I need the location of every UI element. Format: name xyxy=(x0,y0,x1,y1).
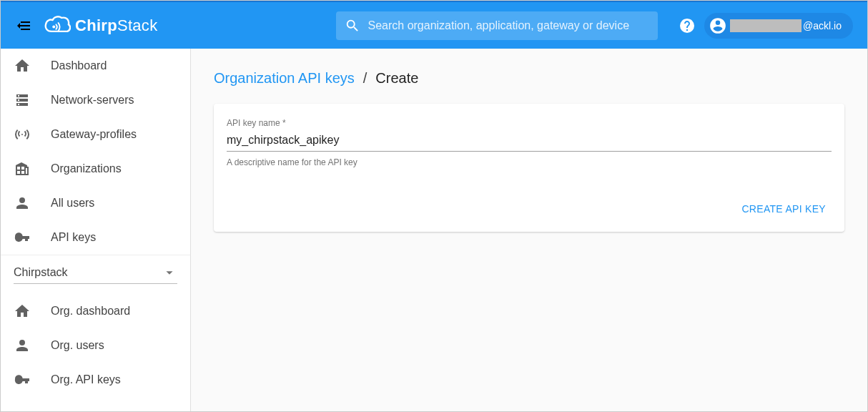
sidebar-item-api-keys[interactable]: API keys xyxy=(1,220,190,255)
create-api-key-card: API key name * A descriptive name for th… xyxy=(214,104,844,232)
person-icon xyxy=(14,337,31,354)
org-selector[interactable]: Chirpstack xyxy=(14,261,177,284)
app-title: ChirpStack xyxy=(75,16,157,35)
api-key-name-label: API key name * xyxy=(227,118,832,128)
sidebar-item-organizations[interactable]: Organizations xyxy=(1,152,190,186)
app-header: ChirpStack @ackl.io xyxy=(1,1,867,49)
breadcrumb: Organization API keys / Create xyxy=(214,70,844,87)
user-name-redacted xyxy=(730,19,802,32)
org-select-value: Chirpstack xyxy=(14,266,68,279)
menu-toggle-button[interactable] xyxy=(15,17,32,34)
search-icon xyxy=(345,18,360,34)
home-icon xyxy=(14,303,31,320)
sidebar-item-all-users[interactable]: All users xyxy=(1,186,190,220)
sidebar-item-label: Network-servers xyxy=(51,94,134,107)
breadcrumb-link-org-api-keys[interactable]: Organization API keys xyxy=(214,70,355,87)
api-key-name-input[interactable] xyxy=(227,131,832,152)
sidebar-item-label: Org. users xyxy=(51,339,104,352)
sidebar-item-label: All users xyxy=(51,197,94,210)
sidebar-item-label: Org. dashboard xyxy=(51,305,130,318)
person-icon xyxy=(14,195,31,212)
sidebar-item-label: Dashboard xyxy=(51,59,107,72)
svg-point-0 xyxy=(52,25,55,28)
sidebar-item-org-dashboard[interactable]: Org. dashboard xyxy=(1,294,190,328)
key-icon xyxy=(14,371,31,388)
user-domain: @ackl.io xyxy=(803,20,842,31)
chevron-down-icon xyxy=(162,265,177,280)
breadcrumb-separator: / xyxy=(363,70,368,87)
key-icon xyxy=(14,229,31,246)
sidebar-item-dashboard[interactable]: Dashboard xyxy=(1,49,190,83)
help-icon[interactable] xyxy=(679,17,696,34)
antenna-icon xyxy=(14,126,31,143)
api-key-name-helper: A descriptive name for the API key xyxy=(227,157,832,167)
sidebar-item-gateway-profiles[interactable]: Gateway-profiles xyxy=(1,117,190,152)
sidebar-item-org-api-keys[interactable]: Org. API keys xyxy=(1,363,190,397)
sidebar-item-label: Org. API keys xyxy=(51,373,121,386)
sidebar-item-label: Organizations xyxy=(51,162,122,175)
user-chip[interactable]: @ackl.io xyxy=(704,13,853,39)
create-api-key-button[interactable]: CREATE API KEY xyxy=(736,197,832,220)
app-logo[interactable]: ChirpStack xyxy=(44,14,157,38)
server-icon xyxy=(14,92,31,109)
sidebar-item-network-servers[interactable]: Network-servers xyxy=(1,83,190,117)
sidebar-item-org-users[interactable]: Org. users xyxy=(1,328,190,363)
main-content: Organization API keys / Create API key n… xyxy=(191,49,867,411)
search-input[interactable] xyxy=(368,19,649,32)
search-bar[interactable] xyxy=(336,11,658,40)
sidebar-item-label: Gateway-profiles xyxy=(51,128,137,141)
building-icon xyxy=(14,160,31,177)
chirpstack-logo-icon xyxy=(44,14,71,38)
home-icon xyxy=(14,57,31,74)
breadcrumb-current: Create xyxy=(375,70,418,87)
sidebar-item-label: API keys xyxy=(51,231,96,244)
sidebar: Dashboard Network-servers Gateway-profil… xyxy=(1,49,191,411)
account-icon xyxy=(709,16,727,35)
